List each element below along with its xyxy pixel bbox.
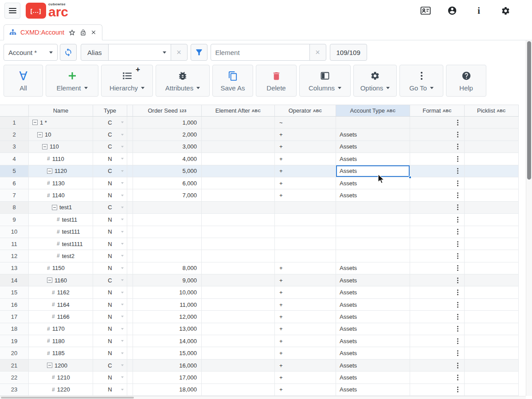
operator-cell[interactable]: ~ bbox=[275, 117, 336, 129]
account-type-cell[interactable]: Assets bbox=[336, 311, 410, 323]
type-cell[interactable]: N bbox=[93, 299, 127, 311]
collapse-icon[interactable] bbox=[37, 132, 43, 137]
type-cell[interactable]: N bbox=[93, 214, 127, 226]
account-type-cell[interactable]: Assets bbox=[336, 274, 410, 286]
account-type-cell[interactable] bbox=[336, 214, 410, 226]
row-number[interactable]: 5 bbox=[0, 165, 29, 177]
format-cell[interactable] bbox=[410, 372, 465, 383]
element-after-cell[interactable] bbox=[202, 274, 275, 286]
picklist-cell[interactable] bbox=[465, 214, 519, 226]
collapse-icon[interactable] bbox=[52, 205, 57, 210]
collapse-icon[interactable] bbox=[47, 168, 52, 174]
element-after-cell[interactable] bbox=[202, 262, 275, 274]
kebab-icon[interactable] bbox=[457, 146, 458, 147]
account-type-cell[interactable] bbox=[336, 250, 410, 262]
favorite-star-icon[interactable] bbox=[68, 29, 76, 36]
order-seed-cell[interactable]: 12,000 bbox=[133, 311, 202, 323]
picklist-cell[interactable] bbox=[465, 202, 519, 214]
account-type-cell[interactable]: Assets bbox=[336, 189, 410, 201]
kebab-icon[interactable] bbox=[457, 340, 458, 342]
picklist-cell[interactable] bbox=[465, 335, 519, 347]
order-seed-cell[interactable]: 13,000 bbox=[133, 323, 202, 335]
operator-cell[interactable]: + bbox=[275, 372, 336, 383]
kebab-icon[interactable] bbox=[457, 316, 458, 317]
account-type-cell[interactable]: Assets bbox=[336, 286, 410, 298]
order-seed-cell[interactable]: 15,000 bbox=[133, 347, 202, 359]
picklist-cell[interactable] bbox=[465, 360, 519, 372]
row-number[interactable]: 6 bbox=[0, 177, 29, 189]
format-cell[interactable] bbox=[410, 153, 465, 165]
picklist-cell[interactable] bbox=[465, 323, 519, 335]
row-number[interactable]: 4 bbox=[0, 153, 29, 165]
kebab-icon[interactable] bbox=[457, 207, 458, 208]
element-after-cell[interactable] bbox=[202, 372, 275, 383]
row-number[interactable]: 10 bbox=[0, 226, 29, 238]
format-cell[interactable] bbox=[410, 384, 465, 396]
name-cell[interactable]: 10 bbox=[29, 129, 93, 141]
format-cell[interactable] bbox=[410, 311, 465, 323]
tab-cxmd-account[interactable]: CXMD:Account bbox=[4, 24, 102, 40]
name-cell[interactable]: #1140 bbox=[29, 189, 93, 201]
type-cell[interactable]: N bbox=[93, 153, 127, 165]
action-button-options[interactable]: Options bbox=[353, 65, 397, 97]
operator-cell[interactable]: + bbox=[275, 262, 336, 274]
kebab-icon[interactable] bbox=[457, 122, 458, 123]
row-number[interactable]: 7 bbox=[0, 189, 29, 201]
account-type-cell[interactable] bbox=[336, 202, 410, 214]
name-cell[interactable]: #1180 bbox=[29, 335, 93, 347]
kebab-icon[interactable] bbox=[457, 365, 458, 366]
account-type-cell[interactable]: Assets bbox=[336, 384, 410, 396]
name-cell[interactable]: #test1111 bbox=[29, 238, 93, 250]
action-button-save-as[interactable]: Save As bbox=[212, 65, 253, 97]
element-filter-input[interactable] bbox=[211, 44, 310, 61]
name-cell[interactable]: #1130 bbox=[29, 177, 93, 189]
name-cell[interactable]: 1 * bbox=[29, 117, 93, 129]
column-header-account-type[interactable]: Account TypeABC bbox=[336, 105, 410, 116]
name-cell[interactable]: #1185 bbox=[29, 347, 93, 359]
order-seed-cell[interactable]: 11,000 bbox=[133, 299, 202, 311]
order-seed-cell[interactable]: 8,000 bbox=[133, 262, 202, 274]
name-cell[interactable]: #1170 bbox=[29, 323, 93, 335]
row-number[interactable]: 13 bbox=[0, 262, 29, 274]
account-type-cell[interactable]: Assets bbox=[336, 165, 410, 177]
order-seed-cell[interactable]: 1,000 bbox=[133, 117, 202, 129]
order-seed-cell[interactable] bbox=[133, 238, 202, 250]
format-cell[interactable] bbox=[410, 360, 465, 372]
operator-cell[interactable]: + bbox=[275, 165, 336, 177]
order-seed-cell[interactable]: 16,000 bbox=[133, 360, 202, 372]
action-button-all[interactable]: ∀All bbox=[4, 65, 43, 97]
account-type-cell[interactable]: Assets bbox=[336, 347, 410, 359]
kebab-icon[interactable] bbox=[457, 389, 458, 390]
type-cell[interactable]: N bbox=[93, 262, 127, 274]
element-after-cell[interactable] bbox=[202, 299, 275, 311]
element-after-cell[interactable] bbox=[202, 384, 275, 396]
collapse-icon[interactable] bbox=[42, 144, 47, 149]
contact-card-icon[interactable] bbox=[420, 5, 431, 16]
element-after-cell[interactable] bbox=[202, 141, 275, 153]
collapse-icon[interactable] bbox=[32, 120, 38, 125]
element-after-cell[interactable] bbox=[202, 202, 275, 214]
account-type-cell[interactable] bbox=[336, 238, 410, 250]
column-header-operator[interactable]: OperatorABC bbox=[275, 105, 336, 116]
operator-cell[interactable]: + bbox=[275, 335, 336, 347]
name-cell[interactable]: #1210 bbox=[29, 372, 93, 383]
operator-cell[interactable]: + bbox=[275, 347, 336, 359]
format-cell[interactable] bbox=[410, 238, 465, 250]
name-cell[interactable]: #1164 bbox=[29, 299, 93, 311]
type-cell[interactable]: C bbox=[93, 165, 127, 177]
type-cell[interactable]: N bbox=[93, 347, 127, 359]
info-icon[interactable]: i bbox=[473, 5, 484, 16]
unlock-icon[interactable] bbox=[80, 29, 86, 36]
type-cell[interactable]: C bbox=[93, 360, 127, 372]
element-after-cell[interactable] bbox=[202, 311, 275, 323]
picklist-cell[interactable] bbox=[465, 226, 519, 238]
type-cell[interactable]: C bbox=[93, 141, 127, 153]
action-button-attributes[interactable]: Attributes bbox=[156, 65, 210, 97]
picklist-cell[interactable] bbox=[465, 384, 519, 396]
column-header-element-after[interactable]: Element AfterABC bbox=[202, 105, 275, 116]
format-cell[interactable] bbox=[410, 323, 465, 335]
row-number[interactable]: 15 bbox=[0, 286, 29, 298]
name-cell[interactable]: 1160 bbox=[29, 274, 93, 286]
operator-cell[interactable]: + bbox=[275, 129, 336, 141]
horizontal-scrollbar[interactable] bbox=[0, 396, 526, 399]
